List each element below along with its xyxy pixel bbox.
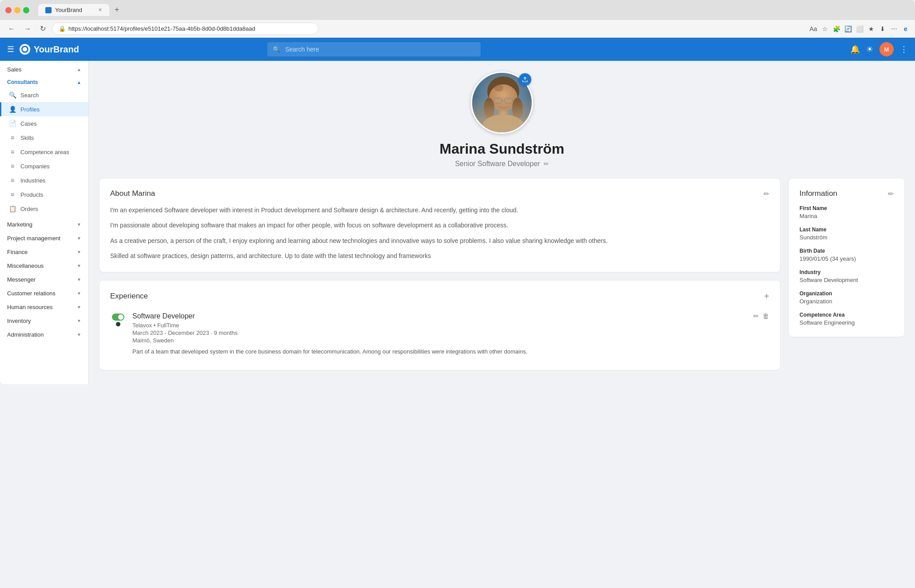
chevron-down-icon: ▼ — [77, 263, 81, 268]
new-tab-button[interactable]: + — [111, 4, 123, 16]
refresh-icon[interactable]: 🔄 — [844, 25, 852, 33]
about-para-4: Skilled at software practices, design pa… — [110, 251, 769, 261]
info-last-name-label: Last Name — [800, 226, 894, 233]
add-experience-icon[interactable]: + — [764, 291, 769, 302]
info-last-name-value: Sundström — [800, 234, 894, 241]
info-industry: Industry Software Development — [800, 269, 894, 283]
brightness-icon[interactable]: ☀ — [866, 44, 873, 54]
edit-title-icon[interactable]: ✏ — [544, 160, 549, 167]
svg-point-2 — [489, 84, 517, 111]
sidebar-item-industries[interactable]: ≡ Industries — [0, 173, 88, 187]
sidebar-group-inventory[interactable]: Inventory ▼ — [0, 314, 88, 328]
info-organization-value: Organization — [800, 298, 894, 305]
header-search[interactable]: 🔍 — [267, 42, 481, 56]
delete-experience-button[interactable]: 🗑 — [763, 312, 769, 320]
toggle-icon — [112, 314, 124, 321]
sidebar-consultants-label: Consultants — [7, 79, 38, 85]
logo-icon — [20, 44, 30, 55]
notifications-icon[interactable]: 🔔 — [850, 44, 860, 54]
sidebar-item-search[interactable]: 🔍 Search — [0, 88, 88, 102]
sidebar-item-orders[interactable]: 📋 Orders — [0, 202, 88, 216]
svg-point-4 — [512, 98, 523, 119]
sidebar-item-competence-areas[interactable]: ≡ Competence areas — [0, 145, 88, 159]
header-actions: 🔔 ☀ M ⋮ — [850, 42, 908, 56]
app-logo: YourBrand — [20, 44, 79, 55]
exp-company: Telavox • FullTime — [132, 322, 747, 329]
profile-avatar-wrapper — [471, 72, 533, 134]
sidebar-group-messenger-label: Messenger — [7, 276, 36, 283]
sidebar-item-products[interactable]: ≡ Products — [0, 187, 88, 202]
sidebar-consultants-header[interactable]: Consultants ▲ — [0, 76, 88, 88]
info-organization-label: Organization — [800, 290, 894, 297]
sidebar-item-profiles[interactable]: 👤 Profiles — [0, 102, 88, 116]
sidebar-item-cases[interactable]: 📄 Cases — [0, 116, 88, 131]
chevron-down-icon: ▼ — [77, 250, 81, 254]
about-edit-icon[interactable]: ✏ — [764, 190, 769, 198]
app-header: ☰ YourBrand 🔍 🔔 ☀ M ⋮ — [0, 38, 915, 61]
close-button[interactable] — [5, 7, 12, 13]
sidebar-cases-label: Cases — [20, 120, 37, 127]
maximize-button[interactable] — [23, 7, 29, 13]
more-options-icon[interactable]: ⋮ — [900, 44, 908, 54]
chevron-up-icon: ▲ — [77, 80, 81, 85]
tab-groups-icon[interactable]: ⬜ — [855, 25, 863, 33]
exp-status-icon — [110, 312, 126, 328]
edge-icon[interactable]: e — [902, 25, 910, 33]
refresh-button[interactable]: ↻ — [37, 23, 48, 35]
bookmark-icon[interactable]: ☆ — [821, 25, 829, 33]
about-text: I'm an experienced Software developer wi… — [110, 205, 769, 261]
info-competence-area-label: Competence Area — [800, 312, 894, 318]
minimize-button[interactable] — [14, 7, 20, 13]
sidebar-group-marketing-label: Marketing — [7, 221, 32, 228]
sidebar-group-hr[interactable]: Human resources ▼ — [0, 300, 88, 314]
reader-icon[interactable]: Aa — [809, 25, 817, 33]
information-card-header: Information ✏ — [800, 189, 894, 198]
profile-title: Senior Software Developer — [455, 160, 540, 168]
information-fields: First Name Marina Last Name Sundström Bi… — [800, 205, 894, 326]
user-avatar[interactable]: M — [879, 42, 894, 56]
back-button[interactable]: ← — [5, 23, 18, 35]
downloads-icon[interactable]: ⬇ — [879, 25, 887, 33]
information-title: Information — [800, 189, 837, 198]
dot-icon — [116, 322, 120, 326]
sidebar-group-customer-relations[interactable]: Customer relations ▼ — [0, 286, 88, 300]
search-input[interactable] — [267, 42, 481, 56]
forward-button[interactable]: → — [21, 23, 34, 35]
sidebar-group-miscellaneous[interactable]: Miscellaneous ▼ — [0, 259, 88, 273]
sidebar: Sales ▲ Consultants ▲ 🔍 Search 👤 Profile… — [0, 61, 89, 384]
address-bar[interactable]: 🔒 https://localhost:5174/profiles/e5101e… — [52, 23, 318, 35]
info-industry-label: Industry — [800, 269, 894, 275]
edit-experience-button[interactable]: ✏ — [753, 312, 759, 320]
sidebar-group-marketing[interactable]: Marketing ▼ — [0, 218, 88, 231]
main-layout: Sales ▲ Consultants ▲ 🔍 Search 👤 Profile… — [0, 61, 915, 384]
sidebar-profiles-label: Profiles — [20, 106, 40, 113]
sidebar-group-administration[interactable]: Administration ▼ — [0, 328, 88, 342]
tab-close-icon[interactable]: ✕ — [98, 7, 102, 13]
sidebar-skills-label: Skills — [20, 135, 34, 141]
experience-card: Experience + Software Developer — [99, 281, 780, 370]
sidebar-group-project-mgmt[interactable]: Project management ▼ — [0, 231, 88, 245]
info-first-name-label: First Name — [800, 205, 894, 211]
skills-icon: ≡ — [9, 134, 16, 141]
app-header-left: ☰ YourBrand — [7, 44, 79, 55]
info-last-name: Last Name Sundström — [800, 226, 894, 241]
sidebar-group-sales[interactable]: Sales ▲ — [0, 63, 88, 76]
sidebar-item-companies[interactable]: ≡ Companies — [0, 159, 88, 173]
extensions-icon[interactable]: 🧩 — [832, 25, 840, 33]
info-birth-date-value: 1990/01/05 (34 years) — [800, 255, 894, 262]
info-birth-date: Birth Date 1990/01/05 (34 years) — [800, 248, 894, 262]
sidebar-item-skills[interactable]: ≡ Skills — [0, 131, 88, 145]
industries-icon: ≡ — [9, 177, 16, 184]
about-card: About Marina ✏ I'm an experienced Softwa… — [99, 179, 780, 272]
hamburger-icon[interactable]: ☰ — [7, 44, 14, 54]
cards-row: About Marina ✏ I'm an experienced Softwa… — [99, 179, 904, 370]
sidebar-group-finance[interactable]: Finance ▼ — [0, 245, 88, 259]
info-competence-area: Competence Area Software Engineering — [800, 312, 894, 326]
favorites-icon[interactable]: ★ — [867, 25, 875, 33]
information-edit-icon[interactable]: ✏ — [888, 190, 894, 198]
settings-icon[interactable]: ⋯ — [890, 25, 898, 33]
sidebar-group-messenger[interactable]: Messenger ▼ — [0, 273, 88, 286]
avatar-upload-button[interactable] — [519, 73, 531, 86]
active-tab[interactable]: YourBrand ✕ — [38, 4, 109, 16]
information-column: Information ✏ First Name Marina Last Nam… — [789, 179, 904, 337]
